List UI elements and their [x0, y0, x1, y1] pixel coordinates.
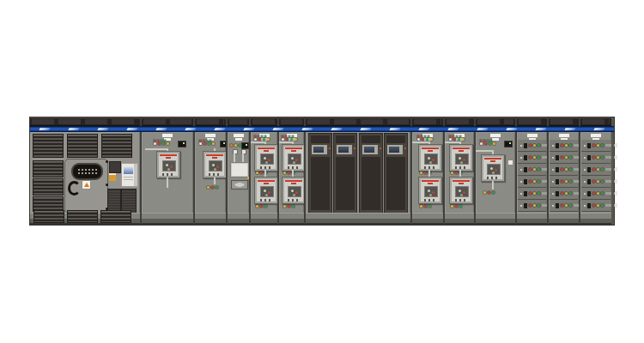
feeder-unit[interactable]: [550, 140, 578, 152]
indicator-lamp: [529, 180, 532, 183]
air-circuit-breaker[interactable]: [418, 177, 442, 204]
feeder-switch-knob[interactable]: [587, 155, 591, 160]
feeder-switch-knob[interactable]: [556, 179, 559, 184]
feeder-unit[interactable]: [518, 188, 546, 200]
breaker-operator-buttons[interactable]: [288, 166, 300, 169]
feeder-switch-knob[interactable]: [524, 203, 527, 208]
mini-display[interactable]: [504, 141, 513, 147]
feeder-handle[interactable]: [605, 204, 616, 207]
multi-pin-connector[interactable]: [71, 163, 103, 180]
breaker-operator-buttons[interactable]: [487, 177, 499, 179]
breaker-operator-buttons[interactable]: [260, 166, 272, 169]
feeder-unit[interactable]: [581, 176, 611, 188]
feeder-unit[interactable]: [550, 176, 578, 188]
feeder-switch-knob[interactable]: [524, 191, 527, 196]
air-circuit-breaker[interactable]: [481, 154, 505, 182]
feeder-unit[interactable]: [550, 188, 578, 200]
breaker-operator-buttons[interactable]: [455, 166, 467, 169]
feeder-handle[interactable]: [605, 144, 616, 147]
indicator-lamp: [561, 144, 563, 147]
hmi-screen[interactable]: [364, 147, 374, 153]
feeder-switch-knob[interactable]: [556, 167, 559, 172]
feeder-handle[interactable]: [605, 168, 616, 171]
hmi-door[interactable]: [384, 133, 408, 214]
feeder-unit[interactable]: [518, 176, 546, 188]
feeder-unit[interactable]: [550, 164, 578, 176]
air-circuit-breaker[interactable]: [254, 177, 278, 204]
brand-logo-icon: [389, 128, 401, 130]
air-circuit-breaker[interactable]: [449, 177, 473, 204]
air-circuit-breaker[interactable]: [282, 144, 306, 172]
hmi-door[interactable]: [359, 133, 383, 214]
indicator-lamp: [422, 138, 424, 141]
brand-logo-icon: [39, 128, 51, 130]
indicator-lamp: [529, 144, 532, 147]
air-circuit-breaker[interactable]: [282, 177, 306, 204]
feeder-switch-knob[interactable]: [524, 155, 527, 160]
section-face: [445, 132, 474, 213]
hmi-screen[interactable]: [389, 147, 399, 153]
breaker-rating-label: [206, 154, 223, 156]
feeder-switch-knob[interactable]: [587, 191, 591, 196]
air-circuit-breaker[interactable]: [203, 151, 227, 178]
brand-logo-icon: [243, 128, 255, 130]
feeder-unit[interactable]: [581, 188, 611, 200]
hmi-door[interactable]: [308, 133, 332, 214]
feeder-switch-knob[interactable]: [524, 179, 527, 184]
feeder-switch-knob[interactable]: [587, 179, 591, 184]
breaker-operator-buttons[interactable]: [260, 199, 272, 202]
power-meter-display[interactable]: [121, 163, 138, 187]
breaker-operator-buttons[interactable]: [288, 199, 300, 202]
mini-display[interactable]: [178, 141, 186, 147]
indicator-lamp: [456, 135, 458, 137]
indicator-row-large: [254, 138, 275, 141]
feeder-handle[interactable]: [605, 156, 616, 159]
feeder-unit[interactable]: [550, 200, 578, 212]
feeder-stack: [550, 140, 578, 213]
feeder-handle[interactable]: [605, 180, 616, 183]
hook-handle[interactable]: [68, 181, 81, 196]
indicator-row-small: [417, 135, 438, 137]
hmi-screen[interactable]: [338, 147, 349, 153]
door-lower-panel: [361, 157, 380, 210]
feeder-unit[interactable]: [518, 140, 546, 152]
brand-logo-icon: [301, 128, 313, 130]
air-circuit-breaker[interactable]: [449, 144, 473, 172]
feeder-switch-knob[interactable]: [524, 167, 527, 172]
feeder-switch-knob[interactable]: [524, 143, 527, 148]
breaker-operator-buttons[interactable]: [424, 199, 436, 202]
breaker-rating-label: [285, 147, 302, 149]
feeder-unit[interactable]: [518, 152, 546, 164]
breaker-operator-buttons[interactable]: [162, 173, 174, 176]
status-lamps: [451, 205, 462, 208]
feeder-unit[interactable]: [581, 152, 611, 164]
air-circuit-breaker[interactable]: [418, 144, 442, 172]
feeder-switch-knob[interactable]: [556, 203, 559, 208]
air-circuit-breaker[interactable]: [254, 144, 278, 172]
feeder-handle[interactable]: [605, 192, 616, 195]
indicator-lamp: [261, 135, 263, 137]
air-circuit-breaker[interactable]: [156, 151, 180, 178]
feeder-unit[interactable]: [581, 164, 611, 176]
louver-panel: [67, 210, 98, 223]
feeder-unit[interactable]: [581, 200, 611, 212]
feeder-switch-knob[interactable]: [556, 155, 559, 160]
feeder-switch-knob[interactable]: [587, 167, 591, 172]
feeder-switch-knob[interactable]: [587, 143, 591, 148]
feeder-switch-knob[interactable]: [587, 203, 591, 208]
feeder-unit[interactable]: [518, 164, 546, 176]
nameplate: [205, 134, 216, 137]
breaker-operator-buttons[interactable]: [424, 166, 436, 169]
hmi-door[interactable]: [333, 133, 357, 214]
feeder-switch-knob[interactable]: [556, 143, 559, 148]
power-led: [404, 147, 406, 149]
breaker-operator-buttons[interactable]: [209, 173, 221, 176]
mimic-bus-line: [264, 170, 266, 177]
feeder-unit[interactable]: [581, 140, 611, 152]
hmi-screen[interactable]: [313, 147, 324, 153]
breaker-operator-buttons[interactable]: [455, 199, 467, 202]
mini-display[interactable]: [241, 142, 249, 149]
feeder-unit[interactable]: [550, 152, 578, 164]
feeder-switch-knob[interactable]: [556, 191, 559, 196]
feeder-unit[interactable]: [518, 200, 546, 212]
